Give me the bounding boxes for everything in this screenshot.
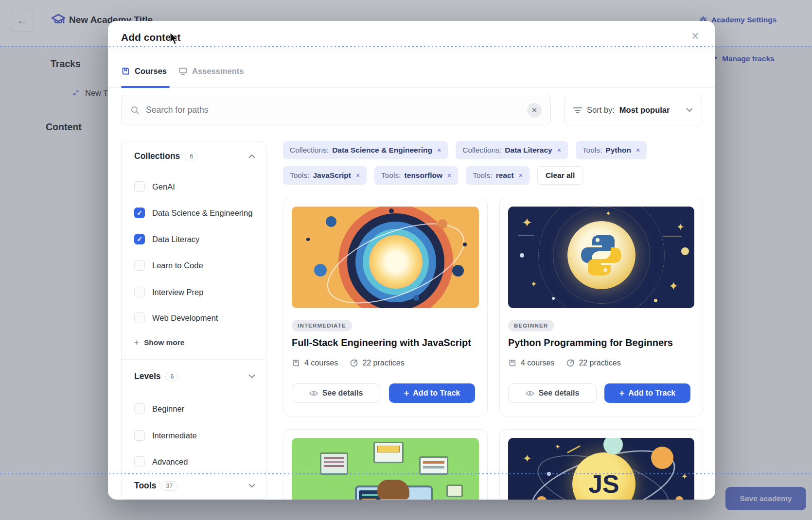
filter-option-beginner[interactable]: Beginner [134,403,184,414]
course-title: Python Programming for Beginners [508,337,673,348]
collections-section-header[interactable]: Collections 6 [134,151,255,161]
course-title: Full-Stack Engineering with JavaScript [292,337,471,348]
level-badge: BEGINNER [508,320,554,331]
filter-option-intermediate[interactable]: Intermediate [134,430,197,441]
tab-courses[interactable]: Courses [121,67,167,76]
courses-icon [508,359,517,367]
checkbox[interactable]: ✓ [134,208,145,218]
eye-icon [309,390,318,397]
checkbox[interactable]: ✓ [134,234,145,244]
chip-remove-icon[interactable]: × [636,146,640,154]
guide-line-top [0,46,812,47]
chip-remove-icon[interactable]: × [356,172,360,179]
tab-bar: Courses Assessments [108,57,715,88]
levels-section-header[interactable]: Levels 6 [134,371,255,381]
filter-option-advanced[interactable]: Advanced [134,456,188,467]
search-bar: ✕ [121,95,551,125]
add-to-track-button[interactable]: + Add to Track [604,383,690,403]
search-icon [130,105,140,115]
courses-icon [292,359,300,367]
filter-option-web-development[interactable]: Web Development [134,312,218,323]
screen: ← New Academy Title Academy Settings Tra… [0,0,812,520]
book-icon [121,67,130,76]
filter-chip[interactable]: Tools: Python × [576,141,647,159]
course-meta: 4 courses 22 practices [508,359,621,367]
sort-dropdown[interactable]: Sort by: Most popular [564,95,702,125]
course-meta: 4 courses 22 practices [292,359,405,367]
course-image-cosmic-rings [292,207,479,308]
filters-sidebar: Collections 6 GenAI ✓ Data Science & Eng… [121,141,266,500]
filter-option-genai[interactable]: GenAI [134,181,175,192]
practices-icon [350,359,358,367]
show-more-button[interactable]: + Show more [134,338,184,347]
chip-remove-icon[interactable]: × [447,172,451,179]
chevron-down-icon [686,108,693,112]
checkbox[interactable] [134,287,145,297]
filter-chip[interactable]: Tools: JavaScript × [283,166,367,185]
sort-by-label: Sort by: [587,105,615,115]
checkbox[interactable] [134,403,145,414]
active-tab-indicator [121,86,170,88]
search-clear-button[interactable]: ✕ [527,103,542,118]
search-input[interactable] [146,105,521,115]
eye-icon [526,390,534,397]
filter-option-interview-prep[interactable]: Interview Prep [134,287,203,297]
filter-lines-icon [573,107,582,114]
plus-icon: + [134,338,139,347]
tab-assessments-label: Assessments [192,67,244,76]
active-filter-chips: Collections: Data Science & Engineering … [283,141,706,185]
close-icon[interactable]: × [687,28,704,44]
checkbox[interactable] [134,456,145,467]
checkbox[interactable] [134,430,145,441]
tools-section-header[interactable]: Tools 37 [134,481,255,491]
filter-chip[interactable]: Collections: Data Science & Engineering … [283,141,448,159]
checkbox[interactable] [134,312,145,323]
chip-remove-icon[interactable]: × [519,172,523,179]
tab-courses-label: Courses [135,67,167,76]
course-card: INTERMEDIATE Full-Stack Engineering with… [283,198,488,416]
filter-option-data-literacy[interactable]: ✓ Data Literacy [134,234,199,244]
course-card [283,429,488,500]
levels-count-badge: 6 [165,372,178,381]
chevron-up-icon [248,154,255,158]
course-image-js-logo: JS ✦ ✦ ✦ [508,438,694,500]
course-image-coder-at-desk [292,438,479,500]
tools-count-badge: 37 [161,481,177,491]
course-card: JS ✦ ✦ ✦ [499,429,703,500]
filter-option-data-science[interactable]: ✓ Data Science & Engineering [134,208,252,218]
filter-chip[interactable]: Collections: Data Literacy × [456,141,568,159]
see-details-button[interactable]: See details [292,383,380,403]
filter-chip[interactable]: Tools: tensorflow × [374,166,458,185]
js-logo: JS [572,452,635,500]
add-content-modal: Add content × Courses Assessments [108,21,715,500]
sort-value: Most popular [619,105,670,115]
chevron-down-icon [248,374,255,379]
level-badge: INTERMEDIATE [292,320,352,331]
guide-line-bottom [0,473,812,474]
course-card: ✦ ✦ ✦ ✦ ✦ BEGINNER Python Programming fo… [499,198,703,416]
python-logo [577,231,626,279]
filter-chip[interactable]: Tools: react × [466,166,530,185]
chip-remove-icon[interactable]: × [437,146,441,154]
filter-option-learn-to-code[interactable]: Learn to Code [134,260,203,271]
checkbox[interactable] [134,181,145,192]
see-details-button[interactable]: See details [508,383,597,403]
chevron-down-icon [248,484,255,488]
plus-icon: + [619,388,625,399]
plus-icon: + [404,388,409,399]
tab-assessments[interactable]: Assessments [178,67,244,76]
collections-count-badge: 6 [185,152,198,161]
add-to-track-button[interactable]: + Add to Track [389,383,475,403]
checkbox[interactable] [134,260,145,271]
course-image-python-logo: ✦ ✦ ✦ ✦ ✦ [508,207,694,308]
monitor-icon [178,67,188,76]
mouse-cursor [169,32,180,46]
divider [122,359,266,360]
practices-icon [566,359,575,367]
chip-remove-icon[interactable]: × [557,146,561,154]
clear-all-button[interactable]: Clear all [537,166,583,185]
